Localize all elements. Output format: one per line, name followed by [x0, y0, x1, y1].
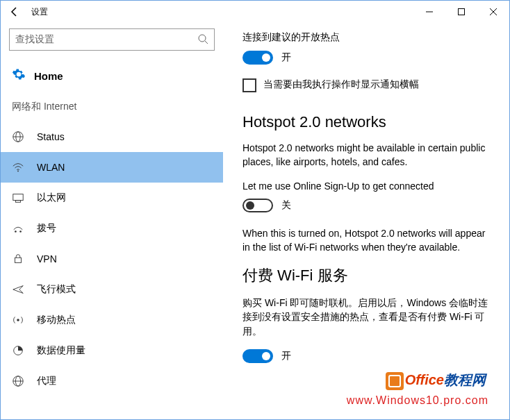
hotspot2-note: When this is turned on, Hotspot 2.0 netw… [242, 226, 490, 255]
sidebar-item-label: Status [37, 131, 65, 142]
paid-wifi-heading: 付费 Wi-Fi 服务 [242, 265, 490, 286]
sidebar-item-airplane[interactable]: 飞行模式 [1, 274, 223, 305]
content-pane: 连接到建议的开放热点 开 当需要由我执行操作时显示通知横幅 Hotspot 2.… [223, 23, 509, 419]
home-button[interactable]: Home [1, 62, 223, 95]
paid-wifi-toggle[interactable] [242, 349, 273, 363]
online-signup-label: Let me use Online Sign-Up to get connect… [242, 180, 490, 192]
paid-wifi-state: 开 [281, 350, 291, 362]
notify-checkbox[interactable] [242, 78, 256, 92]
open-hotspot-state: 开 [281, 51, 291, 64]
search-icon [197, 33, 208, 47]
sidebar-item-vpn[interactable]: VPN [1, 244, 223, 274]
search-input[interactable]: 查找设置 [9, 28, 215, 51]
sidebar-item-label: VPN [37, 253, 57, 264]
watermark-brand: Office教程网 [386, 371, 486, 390]
sidebar-item-proxy[interactable]: 代理 [1, 366, 223, 396]
airplane-icon [12, 283, 24, 296]
vpn-icon [12, 253, 24, 265]
paid-wifi-desc: 购买 Wi-Fi 即可随时联机。启用以后，Windows 会临时连接到没有设置安… [242, 296, 490, 338]
sidebar-item-wlan[interactable]: WLAN [1, 152, 223, 183]
sidebar-item-status[interactable]: Status [1, 121, 223, 152]
svg-point-12 [15, 230, 17, 233]
notify-checkbox-label: 当需要由我执行操作时显示通知横幅 [263, 78, 419, 91]
sidebar-item-label: 飞行模式 [37, 283, 76, 296]
svg-point-15 [17, 319, 19, 321]
open-hotspot-toggle[interactable] [242, 51, 273, 65]
sidebar-item-label: WLAN [37, 162, 65, 173]
back-button[interactable] [1, 1, 28, 23]
proxy-icon [12, 375, 24, 387]
svg-line-5 [205, 41, 208, 44]
gear-icon [12, 67, 26, 84]
close-button[interactable] [477, 1, 509, 23]
sidebar-item-hotspot[interactable]: 移动热点 [1, 305, 223, 335]
brand-icon [386, 372, 404, 390]
svg-point-4 [199, 35, 206, 42]
sidebar-item-label: 移动热点 [37, 314, 76, 326]
globe-icon [12, 131, 24, 143]
sidebar-item-label: 以太网 [37, 192, 66, 204]
search-placeholder: 查找设置 [15, 33, 54, 46]
sidebar-item-label: 数据使用量 [37, 344, 85, 357]
hotspot2-desc: Hotspot 2.0 networks might be available … [242, 141, 490, 169]
svg-rect-11 [15, 201, 20, 203]
window-title: 设置 [31, 6, 48, 18]
open-hotspot-label: 连接到建议的开放热点 [242, 31, 490, 44]
watermark-url: www.Windows10.pro.com [347, 394, 488, 407]
svg-point-13 [19, 230, 22, 233]
home-label: Home [34, 70, 63, 82]
svg-rect-14 [15, 258, 22, 262]
category-header: 网络和 Internet [1, 95, 223, 121]
sidebar-item-dialup[interactable]: 拨号 [1, 213, 223, 244]
ethernet-icon [12, 192, 24, 204]
hotspot-icon [12, 314, 24, 326]
nav-list: Status WLAN 以太网 拨号 VPN 飞行模式 [1, 121, 223, 396]
online-signup-toggle[interactable] [242, 199, 273, 212]
online-signup-state: 关 [281, 199, 291, 212]
sidebar: 查找设置 Home 网络和 Internet Status WLAN 以太网 [1, 23, 223, 419]
svg-point-9 [17, 171, 19, 172]
sidebar-item-label: 代理 [37, 375, 56, 387]
sidebar-item-ethernet[interactable]: 以太网 [1, 183, 223, 213]
svg-rect-1 [459, 9, 465, 15]
hotspot2-heading: Hotspot 2.0 networks [242, 113, 490, 131]
sidebar-item-label: 拨号 [37, 222, 56, 235]
minimize-button[interactable] [413, 1, 445, 23]
titlebar: 设置 [1, 1, 509, 23]
svg-rect-10 [13, 194, 23, 201]
maximize-button[interactable] [445, 1, 477, 23]
sidebar-item-datausage[interactable]: 数据使用量 [1, 335, 223, 366]
dialup-icon [12, 222, 24, 235]
data-usage-icon [12, 344, 24, 357]
wifi-icon [12, 161, 24, 174]
